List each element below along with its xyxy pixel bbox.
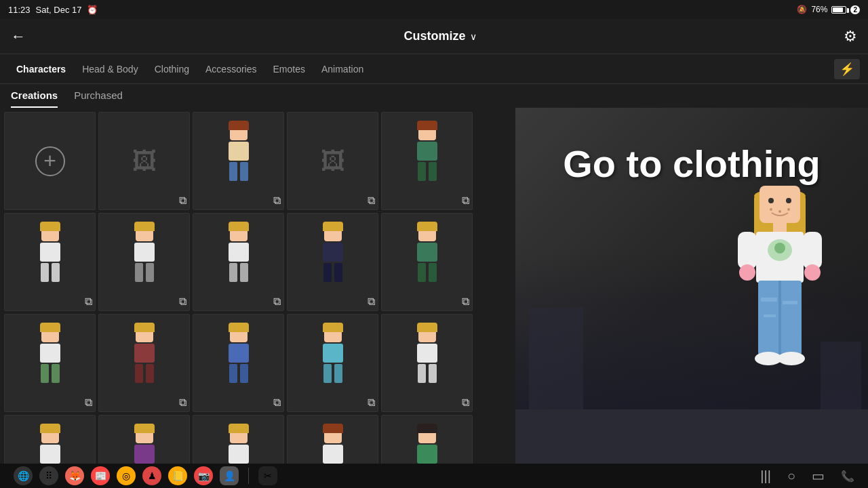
- character-figure: [400, 326, 454, 401]
- grid-cell-r2c4[interactable]: ⧉: [287, 213, 378, 311]
- svg-rect-19: [783, 301, 797, 304]
- copy-icon[interactable]: ⧉: [462, 396, 469, 409]
- grid-cell-char1[interactable]: ⧉: [193, 112, 284, 210]
- tab-emotes[interactable]: Emotes: [265, 57, 313, 81]
- copy-icon[interactable]: ⧉: [273, 296, 281, 308]
- alarm-icon: ⏰: [87, 5, 98, 15]
- grid-cell-r3c1[interactable]: ⧉: [4, 314, 96, 412]
- copy-icon[interactable]: ⧉: [273, 195, 281, 207]
- svg-point-14: [739, 264, 755, 281]
- mute-icon: 🔕: [797, 5, 807, 14]
- svg-point-15: [804, 264, 821, 281]
- character-figure: [117, 225, 172, 300]
- time: 11:23: [8, 5, 31, 15]
- character-figure: [212, 225, 266, 300]
- app-flipboard[interactable]: 📰: [91, 466, 110, 485]
- grid-cell-placeholder[interactable]: 🖼 ⧉: [98, 112, 190, 210]
- notification-count: 2: [850, 5, 860, 14]
- tab-accessories[interactable]: Accessories: [197, 57, 264, 81]
- svg-point-22: [778, 352, 805, 365]
- tab-characters[interactable]: Characters: [8, 57, 74, 81]
- grid-cell-r4c5[interactable]: ⧉: [381, 415, 473, 464]
- character-preview-panel: Go to clothing: [515, 108, 868, 464]
- subtab-purchased[interactable]: Purchased: [74, 89, 123, 108]
- grid-cell-r2c1[interactable]: ⧉: [4, 213, 96, 311]
- grid-cell-r2c2[interactable]: ⧉: [98, 213, 190, 311]
- subtab-creations[interactable]: Creations: [11, 89, 58, 108]
- svg-rect-13: [803, 232, 822, 269]
- app-circle[interactable]: ◎: [117, 466, 136, 485]
- status-bar: 11:23 Sat, Dec 17 ⏰ 🔕 76% 2: [0, 0, 868, 19]
- svg-point-3: [768, 198, 774, 203]
- character-figure: [117, 427, 172, 464]
- bottom-navigation: ||| ○ ▭ 📞: [760, 468, 854, 484]
- nav-phone-button[interactable]: 📞: [841, 470, 854, 483]
- tab-clothing[interactable]: Clothing: [146, 57, 197, 81]
- character-figure: [23, 225, 77, 300]
- grid-cell-placeholder2[interactable]: 🖼 ⧉: [287, 112, 378, 210]
- character-figure: [306, 427, 360, 464]
- copy-icon[interactable]: ⧉: [179, 396, 186, 409]
- grid-cell-r2c3[interactable]: ⧉: [193, 213, 284, 311]
- tab-animation[interactable]: Animation: [313, 57, 372, 81]
- grid-cell-r3c5[interactable]: ⧉: [381, 314, 473, 412]
- copy-icon[interactable]: ⧉: [462, 195, 469, 207]
- svg-point-5: [770, 208, 772, 211]
- app-camera[interactable]: 📷: [194, 466, 213, 485]
- character-figure: [117, 326, 172, 401]
- filter-button[interactable]: ⚡: [834, 59, 860, 79]
- copy-icon[interactable]: ⧉: [179, 195, 186, 207]
- app-capcut[interactable]: ✂: [258, 466, 277, 485]
- grid-row: ⧉ ⧉: [3, 413, 513, 464]
- svg-point-4: [786, 198, 791, 203]
- character-figure: [23, 427, 77, 464]
- character-figure: [306, 225, 360, 300]
- svg-point-6: [778, 210, 781, 213]
- copy-icon[interactable]: ⧉: [85, 396, 92, 409]
- grid-cell-r3c2[interactable]: ⧉: [98, 314, 190, 412]
- copy-icon[interactable]: ⧉: [462, 296, 469, 308]
- add-character-cell[interactable]: +: [4, 112, 96, 210]
- copy-icon[interactable]: ⧉: [368, 396, 375, 409]
- character-figure: [212, 427, 266, 464]
- nav-tabs: Characters Head & Body Clothing Accessor…: [0, 54, 868, 84]
- copy-icon[interactable]: ⧉: [85, 296, 92, 308]
- grid-cell-r4c4[interactable]: ⧉: [287, 415, 378, 464]
- app-notes[interactable]: 📒: [168, 466, 187, 485]
- character-grid[interactable]: + 🖼 ⧉: [0, 108, 515, 464]
- app-avatar[interactable]: 👤: [220, 466, 239, 485]
- character-figure: [400, 427, 454, 464]
- nav-home-button[interactable]: ○: [787, 468, 795, 484]
- character-figure: [306, 326, 360, 401]
- svg-rect-20: [778, 281, 781, 355]
- grid-cell-r4c2[interactable]: ⧉: [98, 415, 190, 464]
- tab-head-body[interactable]: Head & Body: [74, 57, 146, 81]
- svg-rect-2: [760, 186, 800, 223]
- copy-icon[interactable]: ⧉: [368, 195, 375, 207]
- preview-block: [529, 308, 583, 409]
- grid-row: ⧉ ⧉: [3, 211, 513, 312]
- grid-cell-r2c5[interactable]: ⧉: [381, 213, 473, 311]
- nav-recents-button[interactable]: ▭: [812, 468, 825, 484]
- settings-button[interactable]: ⚙: [844, 28, 857, 45]
- copy-icon[interactable]: ⧉: [368, 296, 375, 308]
- app-firefox[interactable]: 🦊: [65, 466, 84, 485]
- grid-cell-char2[interactable]: ⧉: [381, 112, 473, 210]
- copy-icon[interactable]: ⧉: [179, 296, 186, 308]
- grid-cell-r3c3[interactable]: ⧉: [193, 314, 284, 412]
- nav-back-button[interactable]: |||: [760, 468, 771, 484]
- app-grid[interactable]: ⠿: [39, 466, 58, 485]
- character-figure: [23, 326, 77, 401]
- app-globe[interactable]: 🌐: [14, 466, 33, 485]
- copy-icon[interactable]: ⧉: [273, 396, 281, 409]
- app-pink[interactable]: ♟: [142, 466, 161, 485]
- grid-cell-r4c1[interactable]: ⧉: [4, 415, 96, 464]
- battery-text: 76%: [811, 5, 827, 14]
- character-figure: [400, 225, 454, 300]
- grid-cell-r4c3[interactable]: ⧉: [193, 415, 284, 464]
- content-area: + 🖼 ⧉: [0, 108, 868, 464]
- grid-cell-r3c4[interactable]: ⧉: [287, 314, 378, 412]
- title-area: Customize ∨: [37, 29, 844, 43]
- back-button[interactable]: ←: [11, 28, 26, 45]
- chevron-down-icon[interactable]: ∨: [470, 31, 477, 42]
